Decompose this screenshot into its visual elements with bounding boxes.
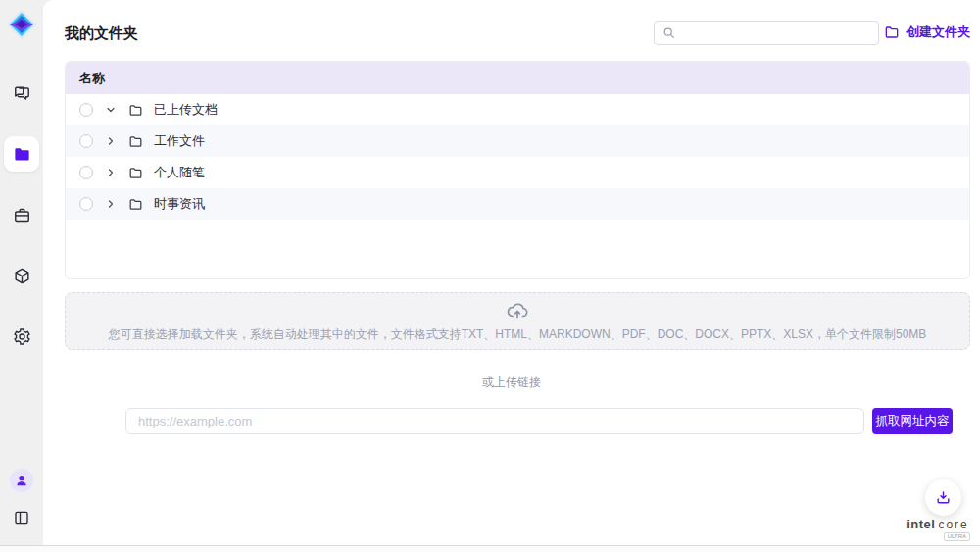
row-checkbox[interactable] <box>79 197 93 211</box>
column-name: 名称 <box>79 70 105 87</box>
table-row[interactable]: 已上传文档 <box>66 94 969 125</box>
layout-icon <box>13 509 30 527</box>
intel-core-word: core <box>938 518 968 531</box>
sidebar-item-workspace[interactable] <box>4 197 39 232</box>
window-bottom-border <box>0 545 980 552</box>
sidebar-item-settings[interactable] <box>4 319 39 354</box>
folder-name: 已上传文档 <box>154 101 218 119</box>
row-checkbox[interactable] <box>79 166 93 179</box>
cloud-upload-icon <box>506 299 529 323</box>
sidebar-nav <box>4 75 39 354</box>
upload-dropzone[interactable]: 您可直接选择加载文件夹，系统自动处理其中的文件，文件格式支持TXT、HTML、M… <box>65 292 970 350</box>
cube-icon <box>13 267 31 285</box>
url-input[interactable] <box>125 408 864 434</box>
chevron-down-icon[interactable] <box>104 104 118 116</box>
row-checkbox[interactable] <box>79 103 93 117</box>
chat-icon <box>13 84 31 103</box>
gear-icon <box>13 327 31 346</box>
sidebar-item-chat[interactable] <box>4 75 39 111</box>
intel-core-logo: intel core ULTRA <box>904 517 972 541</box>
folder-table: 名称 已上传文档 工作文件 <box>65 61 970 279</box>
folder-icon <box>13 145 31 164</box>
fetch-url-button[interactable]: 抓取网址内容 <box>872 408 953 434</box>
table-row[interactable]: 工作文件 <box>66 125 969 157</box>
sidebar <box>0 0 43 545</box>
table-row[interactable]: 时事资讯 <box>66 188 969 220</box>
sidebar-item-folders[interactable] <box>4 136 39 172</box>
panel-toggle[interactable] <box>8 504 35 531</box>
table-row[interactable]: 个人随笔 <box>66 157 969 188</box>
chevron-right-icon[interactable] <box>104 135 118 147</box>
chevron-right-icon[interactable] <box>104 167 118 178</box>
folder-outline-icon <box>128 166 143 180</box>
row-checkbox[interactable] <box>79 134 93 148</box>
folder-plus-icon <box>884 25 900 40</box>
briefcase-icon <box>13 206 31 225</box>
upload-hint-text: 您可直接选择加载文件夹，系统自动处理其中的文件，文件格式支持TXT、HTML、M… <box>109 326 927 343</box>
folder-name: 个人随笔 <box>154 164 205 181</box>
page-title: 我的文件夹 <box>65 25 138 43</box>
user-avatar[interactable] <box>10 469 33 492</box>
intel-word: intel <box>906 517 935 531</box>
folder-outline-icon <box>128 134 143 149</box>
table-header: 名称 <box>66 62 969 94</box>
sidebar-bottom <box>8 469 35 531</box>
folder-name: 工作文件 <box>154 132 205 150</box>
link-upload-row: 抓取网址内容 <box>125 408 953 434</box>
search-box[interactable] <box>654 21 879 45</box>
download-icon <box>935 489 952 506</box>
sidebar-item-models[interactable] <box>4 258 39 293</box>
folder-name: 时事资讯 <box>154 195 205 213</box>
create-folder-button[interactable]: 创建文件夹 <box>884 24 970 41</box>
or-upload-link-label: 或上传链接 <box>43 375 980 391</box>
download-fab-button[interactable] <box>925 479 961 516</box>
intel-ultra-badge: ULTRA <box>944 532 970 541</box>
search-icon <box>662 26 675 39</box>
chevron-right-icon[interactable] <box>104 198 118 210</box>
user-icon <box>15 474 28 487</box>
search-input[interactable] <box>681 22 878 44</box>
app-logo-gem-icon[interactable] <box>4 7 39 42</box>
create-folder-label: 创建文件夹 <box>906 24 970 41</box>
folder-outline-icon <box>128 197 143 212</box>
folder-outline-icon <box>128 103 143 118</box>
main-content: 我的文件夹 创建文件夹 名称 已上传文档 <box>43 0 980 545</box>
